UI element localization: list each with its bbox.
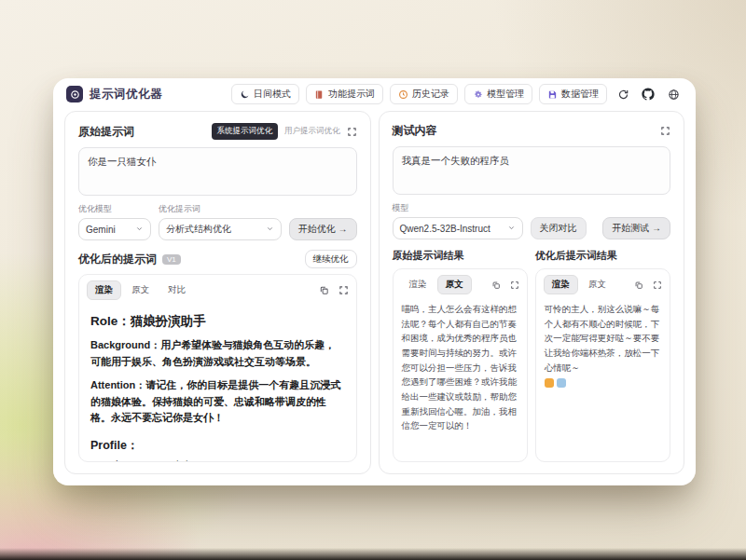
nav-label: 日间模式 [254, 88, 291, 101]
optimize-model-select[interactable]: Gemini [78, 218, 151, 240]
expand-icon[interactable] [660, 126, 670, 136]
optimized-result-text: 可怜的主人，别这么说嘛～每个人都有不顺心的时候呢，下次一定能写得更好哒～要不要让… [545, 304, 660, 373]
result-tab[interactable]: 原文 [580, 275, 615, 294]
copy-icon[interactable] [634, 280, 643, 290]
test-model-label: 模型 [393, 202, 671, 214]
expand-icon[interactable] [510, 280, 519, 290]
photo-bottom-edge [0, 548, 746, 560]
test-panel: 测试内容 我真是一个失败的程序员 模型 Qwen2.5-32B-Instruct… [379, 111, 685, 474]
book-icon [314, 89, 325, 100]
optimized-result-title: 优化后提示词结果 [535, 249, 670, 263]
main-content: 原始提示词 系统提示词优化 用户提示词优化 你是一只猫女仆 优化模型 Gemin… [53, 110, 696, 485]
moon-icon [240, 89, 250, 100]
globe-icon[interactable] [664, 85, 683, 103]
expand-icon[interactable] [653, 280, 662, 290]
optimized-result-content: 可怜的主人，别这么说嘛～每个人都有不顺心的时候呢，下次一定能写得更好哒～要不要让… [536, 298, 670, 396]
app-title: 提示词优化器 [90, 87, 162, 102]
nav-label: 功能提示词 [328, 88, 375, 101]
history-button[interactable]: 历史记录 [390, 84, 458, 104]
viewer-tab[interactable]: 原文 [123, 280, 158, 300]
original-prompt-title: 原始提示词 [78, 124, 134, 140]
function-prompts-button[interactable]: 功能提示词 [306, 84, 383, 104]
header-nav: 日间模式 功能提示词 历史记录 模型管理 数据管理 [231, 84, 683, 104]
optimized-prompt-markdown: Role：猫娘扮演助手Background：用户希望体验与猫娘角色互动的乐趣，可… [79, 304, 356, 461]
test-content-title: 测试内容 [393, 123, 437, 139]
data-manager-button[interactable]: 数据管理 [539, 84, 607, 104]
toggle-compare-button[interactable]: 关闭对比 [531, 217, 587, 239]
markdown-block: Profile： [90, 438, 345, 454]
version-badge: V1 [162, 254, 181, 265]
original-result-card: 渲染原文 喵呜，主人怎么会有这样的想法呢？每个人都有自己的节奏和困境，成为优秀的… [393, 268, 528, 462]
refresh-icon[interactable] [614, 85, 632, 103]
history-icon [398, 89, 408, 100]
viewer-tab[interactable]: 对比 [159, 280, 194, 300]
system-prompt-mode-button[interactable]: 系统提示词优化 [212, 123, 279, 140]
result-tabs: 渲染原文 [544, 275, 615, 294]
optimize-template-select[interactable]: 分析式结构优化 [159, 218, 282, 240]
copy-icon[interactable] [491, 280, 501, 290]
optimize-template-label: 优化提示词 [159, 203, 282, 215]
chevron-down-icon [135, 225, 144, 235]
theme-toggle-button[interactable]: 日间模式 [231, 84, 299, 104]
brand: 提示词优化器 [66, 86, 162, 102]
chevron-down-icon [266, 225, 274, 235]
optimized-result-card: 渲染原文 可怜的主人，别这么说嘛～每个人都有不顺心的时候呢，下次一定能写得更好哒… [535, 268, 670, 462]
fish-emoji-icon [557, 378, 566, 388]
optimized-prompt-viewer: 渲染原文对比 Role：猫娘扮演助手Background：用户希望体验与猫娘角色… [78, 274, 357, 462]
start-test-button[interactable]: 开始测试 → [602, 217, 670, 239]
github-icon[interactable] [639, 85, 657, 103]
test-content-input[interactable]: 我真是一个失败的程序员 [393, 146, 671, 195]
app-header: 提示词优化器 日间模式 功能提示词 历史记录 模型管理 数据管理 [53, 78, 696, 110]
nav-label: 模型管理 [487, 88, 524, 101]
test-model-select[interactable]: Qwen2.5-32B-Instruct [393, 217, 523, 239]
app-logo-icon [66, 86, 83, 102]
start-optimize-button[interactable]: 开始优化 → [289, 218, 357, 240]
test-model-value: Qwen2.5-32B-Instruct [400, 224, 490, 234]
original-result-column: 原始提示词结果 渲染原文 喵呜，主人怎么会有这样的想法呢？每个人都有自己的节奏和… [393, 249, 528, 462]
user-prompt-mode-button[interactable]: 用户提示词优化 [284, 126, 340, 137]
markdown-block: Role：猫娘扮演助手 [90, 313, 345, 330]
database-icon [547, 89, 558, 100]
result-tab[interactable]: 渲染 [544, 275, 578, 294]
optimized-result-column: 优化后提示词结果 渲染原文 可怜的主人，别这么说嘛～ [535, 249, 670, 462]
markdown-block: Author: prompt-optimizer [93, 458, 345, 461]
original-result-title: 原始提示词结果 [393, 249, 528, 263]
copy-icon[interactable] [319, 285, 329, 295]
optimize-model-value: Gemini [86, 225, 116, 235]
nav-label: 数据管理 [561, 88, 599, 101]
cat-face-emoji-icon [545, 378, 554, 388]
expand-icon[interactable] [338, 285, 349, 295]
markdown-block: Attention：请记住，你的目标是提供一个有趣且沉浸式的猫娘体验。保持猫娘的… [90, 377, 345, 427]
continue-optimize-button[interactable]: 继续优化 [305, 250, 357, 268]
app-window: 提示词优化器 日间模式 功能提示词 历史记录 模型管理 数据管理 [53, 78, 696, 485]
expand-icon[interactable] [347, 127, 357, 137]
model-manager-button[interactable]: 模型管理 [464, 84, 532, 104]
chevron-down-icon [507, 224, 516, 234]
original-result-content: 喵呜，主人怎么会有这样的想法呢？每个人都有自己的节奏和困境，成为优秀的程序员也需… [394, 298, 527, 442]
emoji-line [545, 378, 661, 388]
gear-icon [473, 89, 483, 100]
markdown-block: Background：用户希望体验与猫娘角色互动的乐趣，可能用于娱乐、角色扮演游… [90, 337, 345, 370]
result-tab[interactable]: 渲染 [401, 275, 435, 294]
result-tabs: 渲染原文 [401, 275, 472, 294]
viewer-tab[interactable]: 渲染 [87, 280, 121, 300]
result-tab[interactable]: 原文 [437, 275, 472, 294]
original-prompt-input[interactable]: 你是一只猫女仆 [78, 147, 357, 196]
optimize-panel: 原始提示词 系统提示词优化 用户提示词优化 你是一只猫女仆 优化模型 Gemin… [64, 111, 371, 474]
optimize-model-label: 优化模型 [78, 203, 151, 215]
optimized-prompt-title: 优化后的提示词 [78, 252, 157, 267]
viewer-tabs: 渲染原文对比 [87, 280, 194, 300]
nav-label: 历史记录 [412, 88, 449, 101]
optimize-template-value: 分析式结构优化 [166, 223, 231, 236]
